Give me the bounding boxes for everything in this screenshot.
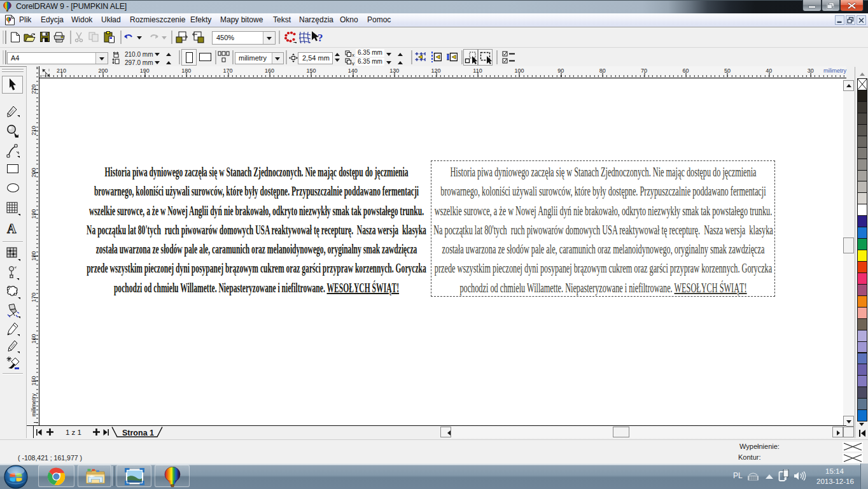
svg-text:y: y xyxy=(352,60,354,66)
svg-text:x: x xyxy=(352,52,354,58)
svg-text:A: A xyxy=(7,222,17,236)
svg-text:?: ? xyxy=(318,32,323,44)
